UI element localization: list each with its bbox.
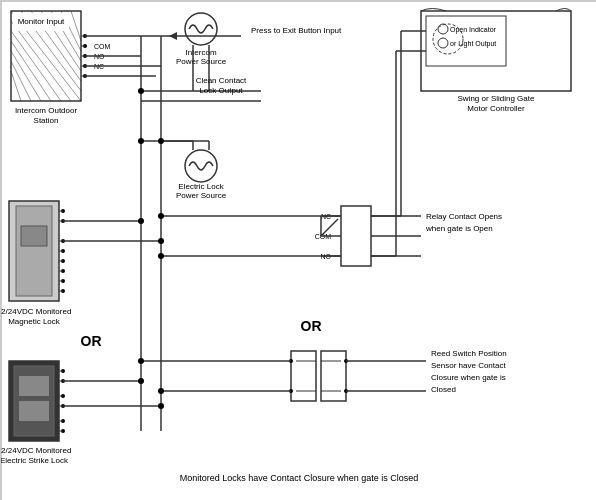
svg-point-108 <box>158 403 164 409</box>
svg-text:Clean Contact: Clean Contact <box>196 76 247 85</box>
svg-point-150 <box>438 38 448 48</box>
svg-text:12/24VDC Monitored: 12/24VDC Monitored <box>1 446 71 455</box>
svg-text:12/24VDC Monitored: 12/24VDC Monitored <box>1 307 71 316</box>
svg-text:Station: Station <box>34 116 59 125</box>
svg-text:COM: COM <box>94 43 111 50</box>
svg-text:Power Source: Power Source <box>176 191 227 200</box>
svg-point-84 <box>138 218 144 224</box>
svg-text:Swing or Sliding Gate: Swing or Sliding Gate <box>458 94 535 103</box>
svg-text:Closed: Closed <box>431 385 456 394</box>
svg-text:OR: OR <box>81 333 102 349</box>
svg-rect-128 <box>291 351 316 401</box>
svg-point-60 <box>138 88 144 94</box>
svg-rect-109 <box>341 206 371 266</box>
svg-rect-63 <box>21 226 47 246</box>
svg-point-107 <box>138 378 144 384</box>
svg-text:Relay Contact Opens: Relay Contact Opens <box>426 212 502 221</box>
svg-text:Magnetic Lock: Magnetic Lock <box>8 317 61 326</box>
svg-point-141 <box>158 388 164 394</box>
svg-rect-129 <box>321 351 346 401</box>
svg-point-125 <box>158 213 164 219</box>
svg-point-59 <box>158 138 164 144</box>
svg-text:Closure when gate is: Closure when gate is <box>431 373 506 382</box>
svg-text:Power Source: Power Source <box>176 57 227 66</box>
svg-point-58 <box>138 138 144 144</box>
svg-text:Open Indicator: Open Indicator <box>450 26 497 34</box>
svg-text:Monitored Locks have Contact C: Monitored Locks have Contact Closure whe… <box>180 473 419 483</box>
svg-text:Reed Switch Position: Reed Switch Position <box>431 349 507 358</box>
svg-rect-62 <box>16 206 52 296</box>
svg-text:Electric Lock: Electric Lock <box>178 182 224 191</box>
svg-text:Intercom: Intercom <box>185 48 216 57</box>
svg-text:when gate is Open: when gate is Open <box>425 224 493 233</box>
svg-text:Intercom Outdoor: Intercom Outdoor <box>15 106 78 115</box>
svg-text:Electric Strike Lock: Electric Strike Lock <box>1 456 69 465</box>
svg-text:Sensor have Contact: Sensor have Contact <box>431 361 506 370</box>
svg-text:Motor Controller: Motor Controller <box>467 104 525 113</box>
svg-text:or Light Output: or Light Output <box>450 40 496 48</box>
svg-point-149 <box>438 24 448 34</box>
svg-rect-89 <box>19 376 49 396</box>
svg-rect-90 <box>19 401 49 421</box>
wiring-diagram: Monitor Input COM NO NC Intercom Outdoor… <box>0 0 596 500</box>
svg-text:Monitor Input: Monitor Input <box>18 17 65 26</box>
svg-text:Press to Exit Button Input: Press to Exit Button Input <box>251 26 342 35</box>
svg-point-126 <box>158 253 164 259</box>
svg-text:Lock Output: Lock Output <box>199 86 243 95</box>
svg-point-140 <box>138 358 144 364</box>
svg-point-85 <box>158 238 164 244</box>
svg-text:OR: OR <box>301 318 322 334</box>
